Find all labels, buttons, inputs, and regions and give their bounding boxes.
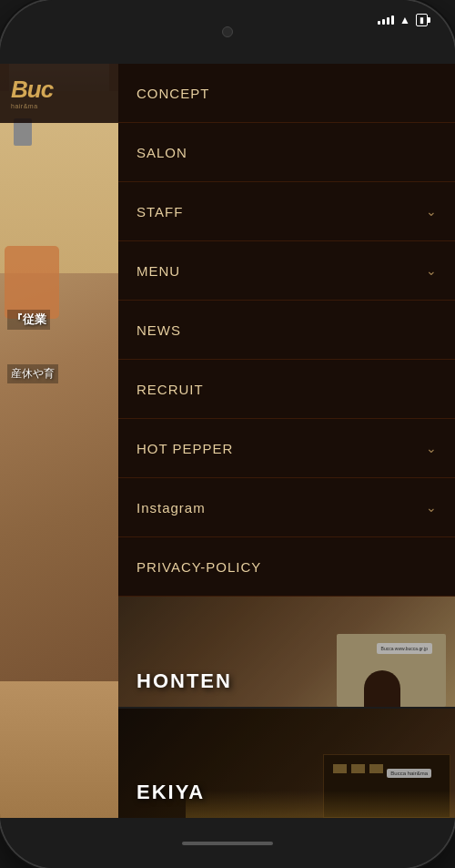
salon-floor xyxy=(0,681,118,818)
logo-text: Buc xyxy=(11,77,118,101)
salon-interior xyxy=(0,64,118,818)
nav-item-staff[interactable]: STAFF ⌄ xyxy=(118,182,455,241)
nav-menu: CONCEPT SALON STAFF ⌄ MENU ⌄ NEWS RECRUI… xyxy=(118,64,455,818)
chevron-hotpepper-icon: ⌄ xyxy=(426,441,437,455)
signal-icon xyxy=(378,15,394,25)
nav-label-concept: CONCEPT xyxy=(136,86,209,101)
nav-item-menu[interactable]: MENU ⌄ xyxy=(118,241,455,301)
nav-label-privacy: PRIVACY-POLICY xyxy=(136,559,261,575)
nav-label-hotpepper: HOT PEPPER xyxy=(136,441,233,456)
phone-frame: ▲ ▮ Buc hair&ma 『従業 産休や育 CON xyxy=(0,0,455,868)
chevron-menu-icon: ⌄ xyxy=(426,263,437,278)
nav-item-recruit[interactable]: RECRUIT xyxy=(118,360,455,419)
nav-item-privacy[interactable]: PRIVACY-POLICY xyxy=(118,537,455,597)
logo-subtitle: hair&ma xyxy=(11,103,118,109)
home-indicator[interactable] xyxy=(182,842,273,845)
battery-icon: ▮ xyxy=(416,14,428,26)
phone-screen: Buc hair&ma 『従業 産休や育 CONCEPT SALON STAFF… xyxy=(0,64,455,818)
chevron-instagram-icon: ⌄ xyxy=(426,500,437,515)
japanese-text-2: 産休や育 xyxy=(7,364,58,383)
nav-item-hotpepper[interactable]: HOT PEPPER ⌄ xyxy=(118,419,455,478)
status-bar: ▲ ▮ xyxy=(378,14,428,26)
japanese-text-1: 『従業 xyxy=(7,310,50,330)
wifi-icon: ▲ xyxy=(399,14,410,26)
top-bezel: ▲ ▮ xyxy=(0,0,455,64)
logo-area[interactable]: Buc hair&ma xyxy=(0,64,118,123)
nav-label-news: NEWS xyxy=(136,322,181,338)
honten-label: HONTEN xyxy=(136,669,232,693)
nav-label-recruit: RECRUIT xyxy=(136,382,204,397)
nav-item-concept[interactable]: CONCEPT xyxy=(118,64,455,123)
location-card-honten[interactable]: Bucca www.bucca.gr.jp HONTEN xyxy=(118,597,455,709)
nav-label-staff: STAFF xyxy=(136,204,183,220)
front-camera xyxy=(222,26,233,37)
nav-label-salon: SALON xyxy=(136,145,187,160)
salon-background xyxy=(0,64,118,818)
bottom-bezel xyxy=(0,818,455,868)
chevron-staff-icon: ⌄ xyxy=(426,204,437,219)
location-cards: Bucca www.bucca.gr.jp HONTEN xyxy=(118,597,455,818)
salon-chair xyxy=(5,246,59,319)
ekiya-label: EKIYA xyxy=(136,781,205,804)
nav-item-news[interactable]: NEWS xyxy=(118,301,455,360)
nav-label-instagram: Instagram xyxy=(136,500,206,516)
nav-label-menu: MENU xyxy=(136,263,180,279)
nav-item-instagram[interactable]: Instagram ⌄ xyxy=(118,478,455,537)
location-card-ekiya[interactable]: Bucca hair&ma EKIYA xyxy=(118,709,455,819)
nav-item-salon[interactable]: SALON xyxy=(118,123,455,182)
